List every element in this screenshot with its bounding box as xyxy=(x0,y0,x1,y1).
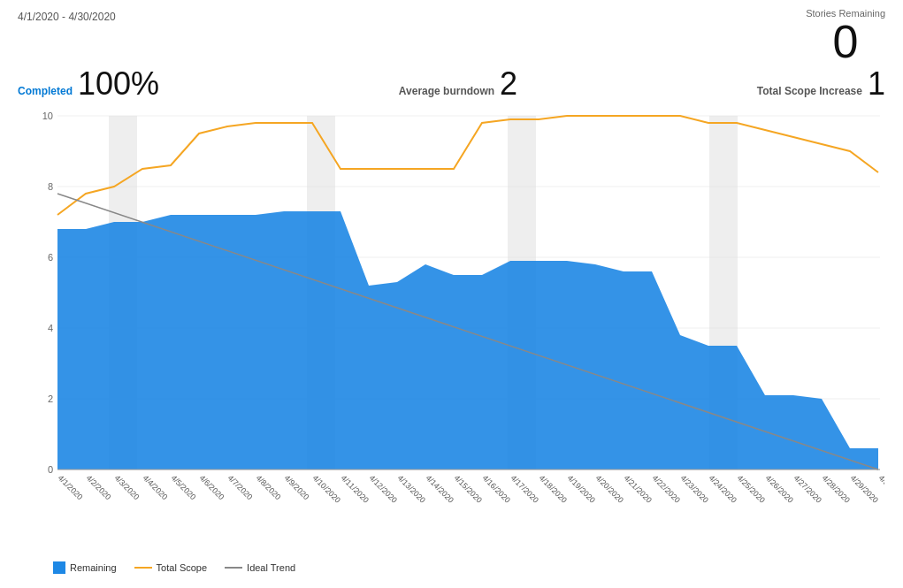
svg-text:4/24/2020: 4/24/2020 xyxy=(708,473,738,504)
svg-text:4/29/2020: 4/29/2020 xyxy=(849,473,880,504)
burndown-value: 2 xyxy=(500,68,517,100)
scope-metric: Total Scope Increase 1 xyxy=(757,68,885,100)
svg-text:4/8/2020: 4/8/2020 xyxy=(255,473,283,501)
svg-text:4/21/2020: 4/21/2020 xyxy=(623,473,654,504)
svg-text:4/27/2020: 4/27/2020 xyxy=(792,473,823,504)
svg-text:4/5/2020: 4/5/2020 xyxy=(170,473,198,501)
svg-text:4/14/2020: 4/14/2020 xyxy=(425,473,455,504)
svg-text:4/25/2020: 4/25/2020 xyxy=(736,473,767,504)
completed-value: 100% xyxy=(78,68,159,100)
svg-text:4/18/2020: 4/18/2020 xyxy=(538,473,569,504)
burndown-label: Average burndown xyxy=(399,85,494,97)
svg-text:4/6/2020: 4/6/2020 xyxy=(198,473,226,501)
svg-text:4/20/2020: 4/20/2020 xyxy=(594,473,625,504)
scope-value: 1 xyxy=(868,68,885,100)
chart-area: 10 8 6 4 2 0 xyxy=(18,107,885,558)
svg-text:4/11/2020: 4/11/2020 xyxy=(340,473,371,504)
svg-text:2: 2 xyxy=(48,393,53,404)
stories-remaining-widget: Stories Remaining 0 xyxy=(806,9,885,65)
svg-text:4/9/2020: 4/9/2020 xyxy=(283,473,311,501)
svg-text:4/1/2020: 4/1/2020 xyxy=(57,473,85,501)
svg-text:4/28/2020: 4/28/2020 xyxy=(821,473,852,504)
svg-text:4/23/2020: 4/23/2020 xyxy=(679,473,710,504)
svg-text:4/13/2020: 4/13/2020 xyxy=(396,473,427,504)
scope-label: Total Scope Increase xyxy=(757,85,862,97)
ideal-trend-color-swatch xyxy=(225,567,242,569)
svg-text:4/2/2020: 4/2/2020 xyxy=(85,473,113,501)
svg-text:4/3/2020: 4/3/2020 xyxy=(113,473,142,501)
completed-metric: Completed 100% xyxy=(18,68,159,100)
date-range: 4/1/2020 - 4/30/2020 xyxy=(18,9,116,23)
total-scope-legend-label: Total Scope xyxy=(157,562,207,573)
svg-text:4/12/2020: 4/12/2020 xyxy=(368,473,399,504)
metrics-row: Completed 100% Average burndown 2 Total … xyxy=(18,68,885,100)
svg-text:4/17/2020: 4/17/2020 xyxy=(509,473,540,504)
legend-total-scope: Total Scope xyxy=(134,562,207,573)
svg-text:4: 4 xyxy=(48,323,53,333)
ideal-trend-legend-label: Ideal Trend xyxy=(247,562,295,573)
remaining-color-swatch xyxy=(53,561,65,574)
stories-remaining-value: 0 xyxy=(806,19,885,65)
header-row: 4/1/2020 - 4/30/2020 Stories Remaining 0 xyxy=(18,9,885,65)
svg-text:6: 6 xyxy=(48,252,53,263)
total-scope-line xyxy=(57,116,878,215)
svg-text:0: 0 xyxy=(48,464,53,475)
svg-text:4/4/2020: 4/4/2020 xyxy=(142,473,170,501)
svg-text:4/15/2020: 4/15/2020 xyxy=(453,473,484,504)
svg-text:10: 10 xyxy=(42,111,53,121)
svg-text:4/19/2020: 4/19/2020 xyxy=(566,473,597,504)
burndown-metric: Average burndown 2 xyxy=(399,68,517,100)
svg-text:4/22/2020: 4/22/2020 xyxy=(651,473,682,504)
svg-text:4/7/2020: 4/7/2020 xyxy=(226,473,255,501)
main-container: 4/1/2020 - 4/30/2020 Stories Remaining 0… xyxy=(0,0,903,588)
svg-text:4/16/2020: 4/16/2020 xyxy=(481,473,512,504)
svg-text:8: 8 xyxy=(48,181,53,192)
burndown-chart: 10 8 6 4 2 0 xyxy=(18,107,884,540)
total-scope-color-swatch xyxy=(134,567,152,569)
remaining-area xyxy=(57,211,878,470)
completed-label: Completed xyxy=(18,85,73,97)
svg-text:4/10/2020: 4/10/2020 xyxy=(311,473,342,504)
legend-ideal-trend: Ideal Trend xyxy=(225,562,295,573)
remaining-legend-label: Remaining xyxy=(70,562,117,573)
chart-legend: Remaining Total Scope Ideal Trend xyxy=(18,561,885,574)
svg-text:4/26/2020: 4/26/2020 xyxy=(764,473,795,504)
legend-remaining: Remaining xyxy=(53,561,117,574)
